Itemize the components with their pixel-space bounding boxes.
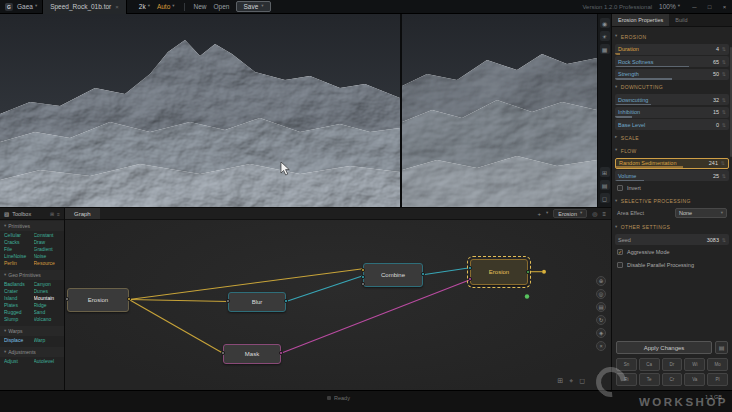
node-mask-port[interactable] bbox=[468, 277, 472, 281]
property-row-random-sedimentation[interactable]: Random Sedimentation 241 ⇅ bbox=[615, 158, 729, 169]
preset-cell[interactable]: Cr bbox=[662, 373, 683, 386]
preset-cell[interactable]: Sn bbox=[616, 358, 637, 371]
node-input-port[interactable] bbox=[361, 268, 365, 272]
node-output-port[interactable] bbox=[279, 351, 283, 355]
section-header-scale[interactable]: ▸ SCALE bbox=[615, 132, 729, 143]
preset-cell[interactable]: Mo bbox=[707, 358, 728, 371]
center-view-icon[interactable]: ⌖ bbox=[569, 377, 573, 385]
stepper-icon[interactable]: ⇅ bbox=[719, 59, 726, 65]
stepper-icon[interactable]: ⇅ bbox=[719, 173, 726, 179]
viewport-3d-right[interactable] bbox=[402, 14, 597, 207]
save-button[interactable]: Save ▾ bbox=[236, 1, 270, 12]
toolbox-node-item[interactable]: Slump bbox=[4, 316, 34, 323]
node-input-port[interactable] bbox=[221, 351, 225, 355]
sun-light-icon[interactable]: ☀ bbox=[600, 31, 610, 41]
resolution-dropdown[interactable]: 2k ▾ bbox=[139, 3, 150, 10]
toolbox-node-item[interactable]: Island bbox=[4, 295, 34, 302]
preset-cell[interactable]: Va bbox=[684, 373, 705, 386]
toolbox-node-item[interactable]: Perlin bbox=[4, 260, 34, 267]
toolbox-node-item[interactable]: Cracks bbox=[4, 239, 34, 246]
toolbox-node-item[interactable]: Ridge bbox=[34, 302, 64, 309]
toolbox-category-primitives[interactable]: ▾ Primitives bbox=[0, 221, 64, 231]
fit-view-icon[interactable]: ◻ bbox=[579, 377, 585, 385]
current-node-dropdown[interactable]: Erosion ▾ bbox=[553, 209, 587, 218]
section-header-selective-processing[interactable]: ▾ SELECTIVE PROCESSING bbox=[615, 196, 729, 207]
toolbox-node-item[interactable]: Gradient bbox=[34, 246, 64, 253]
graph-node-combine[interactable]: Combine bbox=[363, 263, 423, 287]
toolbox-node-item[interactable]: Cellular bbox=[4, 232, 34, 239]
toolbox-node-item[interactable]: Canyon bbox=[34, 281, 64, 288]
tab-close-icon[interactable]: × bbox=[115, 4, 119, 10]
toolbox-node-item[interactable]: Badlands bbox=[4, 281, 34, 288]
tab-graph[interactable]: Graph bbox=[65, 208, 100, 219]
viewport-3d-left[interactable] bbox=[0, 14, 400, 207]
toolbox-node-item[interactable]: Crater bbox=[4, 288, 34, 295]
area-effect-dropdown[interactable]: None ▾ bbox=[675, 208, 727, 218]
toolbox-category-warps[interactable]: ▾ Warps bbox=[0, 326, 64, 336]
close-tool-icon[interactable]: × bbox=[596, 341, 606, 351]
toolbox-node-item[interactable]: Dunes bbox=[34, 288, 64, 295]
apply-options-button[interactable]: ▤ bbox=[715, 341, 728, 354]
preset-cell[interactable]: Dr bbox=[662, 358, 683, 371]
node-input-port[interactable] bbox=[468, 266, 472, 270]
preset-cell[interactable]: Pl bbox=[707, 373, 728, 386]
stepper-icon[interactable]: ⇅ bbox=[719, 97, 726, 103]
stepper-icon[interactable]: ⇅ bbox=[719, 237, 726, 243]
auto-build-dropdown[interactable]: Auto ▾ bbox=[157, 3, 175, 10]
node-output-port[interactable] bbox=[127, 297, 131, 301]
node-output-port[interactable] bbox=[421, 272, 425, 276]
stepper-icon[interactable]: ⇅ bbox=[719, 71, 726, 77]
property-row-downcutting[interactable]: Downcutting 32 ⇅ bbox=[615, 94, 729, 105]
tab-build[interactable]: Build bbox=[669, 14, 693, 26]
toolbox-node-item[interactable]: Sand bbox=[34, 309, 64, 316]
minimize-button[interactable]: ─ bbox=[687, 0, 702, 14]
node-input-port[interactable] bbox=[361, 275, 365, 279]
tab-erosion-properties[interactable]: Erosion Properties bbox=[612, 14, 669, 26]
document-tab[interactable]: Speed_Rock_01b.tor × bbox=[42, 0, 127, 14]
toolbox-node-item[interactable]: Constant bbox=[34, 232, 64, 239]
focus-node-icon[interactable]: ◎ bbox=[592, 210, 597, 217]
layout-tool-icon[interactable]: ▤ bbox=[596, 302, 606, 312]
toolbox-node-item[interactable]: Draw bbox=[34, 239, 64, 246]
property-row-inhibition[interactable]: Inhibition 15 ⇅ bbox=[615, 107, 729, 118]
node-input-port[interactable] bbox=[65, 297, 69, 301]
toolbox-node-item[interactable]: Noise bbox=[34, 253, 64, 260]
toolbox-node-item[interactable]: Resource bbox=[34, 260, 64, 267]
graph-canvas[interactable]: Erosion Blur Mask Combine bbox=[65, 220, 611, 390]
box-view-icon[interactable]: ◻ bbox=[600, 193, 610, 203]
toolbox-node-item[interactable]: Rugged bbox=[4, 309, 34, 316]
preset-cell[interactable]: Te bbox=[639, 373, 660, 386]
graph-node-erosion-1[interactable]: Erosion bbox=[67, 288, 129, 312]
preset-cell[interactable]: Ri bbox=[616, 373, 637, 386]
focus-tool-icon[interactable]: ◎ bbox=[596, 289, 606, 299]
property-row-volume[interactable]: Volume 25 ⇅ bbox=[615, 170, 729, 181]
grid-view-icon[interactable]: ⊞ bbox=[50, 211, 54, 217]
toolbox-node-item[interactable]: LineNoise bbox=[4, 253, 34, 260]
toolbox-node-item[interactable]: Plates bbox=[4, 302, 34, 309]
section-header-other-settings[interactable]: ▾ OTHER SETTINGS bbox=[615, 222, 729, 233]
section-header-downcutting[interactable]: ▾ DOWNCUTTING bbox=[615, 82, 729, 93]
checkbox-row-invert[interactable]: Invert bbox=[615, 183, 729, 194]
toolbox-node-item-selected[interactable]: Displace bbox=[4, 337, 34, 344]
graph-menu-icon[interactable]: ≡ bbox=[602, 211, 606, 217]
stepper-icon[interactable]: ⇅ bbox=[719, 46, 726, 52]
section-header-flow[interactable]: ▾ FLOW bbox=[615, 145, 729, 156]
list-view-icon[interactable]: ▤ bbox=[600, 180, 610, 190]
checkbox-unchecked[interactable] bbox=[617, 262, 623, 268]
toolbox-node-item[interactable]: Volcano bbox=[34, 316, 64, 323]
refresh-tool-icon[interactable]: ↻ bbox=[596, 315, 606, 325]
node-output-port[interactable] bbox=[284, 299, 288, 303]
property-row-rock-softness[interactable]: Rock Softness 65 ⇅ bbox=[615, 56, 729, 67]
node-input-port[interactable] bbox=[361, 282, 365, 286]
toolbox-node-item[interactable]: File bbox=[4, 246, 34, 253]
toolbox-node-item[interactable]: Warp bbox=[34, 337, 64, 344]
node-output-port[interactable] bbox=[526, 270, 530, 274]
flag-tool-icon[interactable]: ◈ bbox=[596, 328, 606, 338]
new-button[interactable]: New bbox=[194, 3, 207, 10]
stepper-icon[interactable]: ⇅ bbox=[718, 160, 725, 166]
toolbox-node-item[interactable]: Adjust bbox=[4, 358, 34, 365]
graph-node-mask[interactable]: Mask bbox=[223, 344, 281, 364]
preset-cell[interactable]: Wi bbox=[684, 358, 705, 371]
zoom-dropdown[interactable]: 100% ▾ bbox=[659, 3, 680, 10]
graph-node-erosion-2-selected[interactable]: Erosion bbox=[470, 259, 528, 285]
